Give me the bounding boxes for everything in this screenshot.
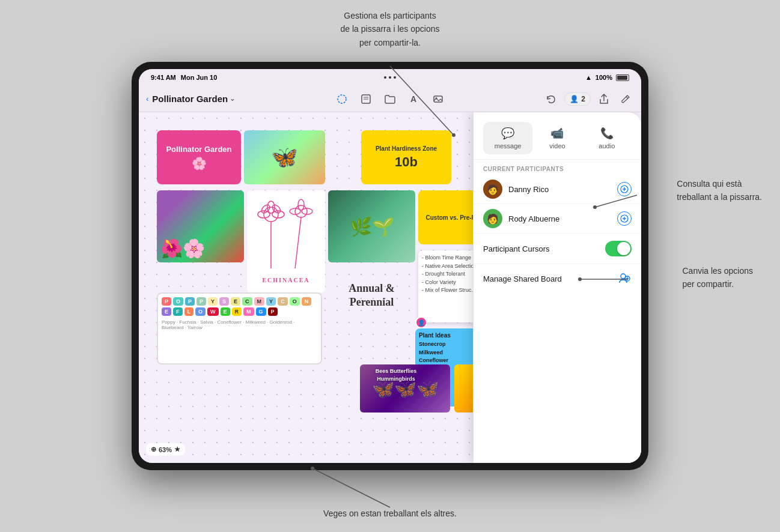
status-left: 9:41 AM Mon Jun 10 <box>151 74 217 81</box>
wifi-icon: ▲ <box>585 74 592 81</box>
tab-message-label: message <box>495 142 522 150</box>
manage-shared-board-label: Manage Shared Board <box>483 274 611 283</box>
letter-labels: Poppy · Fuchsia · Salvia · Coneflower · … <box>162 319 317 330</box>
comm-tabs: 💬 message 📹 video 📞 audio <box>474 112 641 160</box>
collaborator-count: 2 <box>581 95 585 103</box>
avatar-danny: 🧑 <box>483 180 502 199</box>
status-right: ▲ 100% <box>585 74 629 81</box>
participant-name-danny: Danny Rico <box>508 185 611 194</box>
tab-audio-label: audio <box>599 142 615 150</box>
share-popover: 💬 message 📹 video 📞 audio CUR <box>473 112 641 463</box>
edit-icon[interactable] <box>617 91 634 107</box>
zone-title: Plant Hardiness Zone <box>376 145 437 152</box>
ipad-screen: 9:41 AM Mon Jun 10 ▲ 100% <box>139 69 641 463</box>
image-tool-icon[interactable] <box>430 91 446 107</box>
svg-line-24 <box>295 217 301 268</box>
cursor-indicator: 👤 <box>415 316 427 328</box>
status-bar: 9:41 AM Mon Jun 10 ▲ 100% <box>139 69 641 86</box>
zoom-indicator: ⊕ 63% ★ <box>146 443 185 456</box>
zoom-icon: ⊕ <box>151 446 156 453</box>
page-background: Gestiona els participants de la pissarra… <box>0 0 780 532</box>
canvas-area[interactable]: Pollinator Garden 🌸 🦋 Plant Hardiness Zo… <box>139 112 641 463</box>
toolbar-right: 👤 2 <box>514 91 634 107</box>
toolbar: ‹ Pollinator Garden ⌄ <box>139 86 641 112</box>
participant-cursors-label: Participant Cursors <box>483 244 605 253</box>
message-icon: 💬 <box>501 127 514 140</box>
audio-icon: 📞 <box>600 127 614 140</box>
ipad-device: 9:41 AM Mon Jun 10 ▲ 100% <box>132 62 648 470</box>
sticky-pink-title: Pollinator Garden <box>166 145 231 154</box>
participant-action-danny[interactable] <box>617 182 632 196</box>
annotation-right-bottom: Canvia les opcions per compartir. <box>682 264 753 291</box>
participants-section-label: CURRENT PARTICIPANTS <box>474 160 641 175</box>
svg-point-25 <box>298 199 304 210</box>
sticky-pink-pollinator: Pollinator Garden 🌸 <box>157 130 241 184</box>
svg-line-15 <box>626 97 628 98</box>
toolbar-left: ‹ Pollinator Garden ⌄ <box>146 94 266 104</box>
back-chevron-icon: ‹ <box>146 94 148 103</box>
letter-grid: P O P P Y S E C M Y C O N E F <box>157 292 322 364</box>
purple-flowers-image: 🌺🌸 <box>157 190 244 262</box>
svg-point-8 <box>338 95 346 103</box>
annotation-top: Gestiona els participants de la pissarra… <box>341 9 440 49</box>
status-dot-1 <box>384 76 386 79</box>
participant-row-danny: 🧑 Danny Rico <box>474 175 641 204</box>
participant-action-rody[interactable] <box>617 211 632 226</box>
svg-rect-13 <box>434 96 442 102</box>
participant-cursors-toggle[interactable] <box>605 241 632 256</box>
lasso-tool-icon[interactable] <box>334 91 350 107</box>
svg-line-3 <box>312 468 390 507</box>
bloom-text: - Bloom Time Range - Native Area Selecti… <box>422 255 477 293</box>
tab-message[interactable]: 💬 message <box>483 122 532 154</box>
butterfly-image: 🦋 <box>244 130 325 184</box>
board-title: Pollinator Garden ⌄ <box>152 94 235 104</box>
chevron-down-icon[interactable]: ⌄ <box>230 95 235 103</box>
svg-point-23 <box>295 205 307 217</box>
bees-label: Bees Butterflies Hummingbirds <box>360 367 432 382</box>
status-center <box>384 76 396 79</box>
folder-tool-icon[interactable] <box>382 91 398 107</box>
sticky-note-tool-icon[interactable] <box>358 91 374 107</box>
text-tool-icon[interactable]: A <box>406 91 422 107</box>
annual-perennial-label: Annual & Perennial <box>328 271 415 319</box>
status-time: 9:41 AM <box>151 74 176 81</box>
manage-person-icon <box>617 271 632 286</box>
battery-icon <box>616 74 629 81</box>
zone-value: 10b <box>395 154 418 170</box>
person-icon: 👤 <box>570 95 579 103</box>
manage-shared-board-row[interactable]: Manage Shared Board <box>474 264 641 293</box>
star-icon: ★ <box>174 446 180 453</box>
participant-row-rody: 🧑 Rody Albuerne <box>474 204 641 234</box>
annotation-bottom: Veges on estan treballant els altres. <box>323 507 457 520</box>
zoom-level: 63% <box>159 446 172 453</box>
tab-audio[interactable]: 📞 audio <box>582 122 632 154</box>
board-title-text: Pollinator Garden <box>152 94 228 104</box>
annotation-right-top: Consulta qui està treballant a la pissar… <box>677 177 762 204</box>
video-icon: 📹 <box>550 127 564 140</box>
avatar-rody: 🧑 <box>483 209 502 228</box>
garden-image-1: 🌿🌱 <box>328 190 415 262</box>
svg-point-16 <box>264 207 278 222</box>
sticky-yellow-zone: Plant Hardiness Zone 10b <box>361 130 451 184</box>
toolbar-center: A <box>270 91 510 107</box>
status-date: Mon Jun 10 <box>181 74 218 81</box>
participant-cursors-row: Participant Cursors <box>474 234 641 264</box>
tab-video-label: video <box>549 142 565 150</box>
tab-video[interactable]: 📹 video <box>532 122 582 154</box>
collaborators-button[interactable]: 👤 2 <box>564 92 591 106</box>
status-dot-2 <box>389 76 391 79</box>
echinacea-label: ECHINACEA <box>247 277 325 283</box>
echinacea-sketch: ECHINACEA <box>247 190 325 292</box>
undo-icon[interactable] <box>543 91 559 107</box>
share-icon[interactable] <box>596 91 612 107</box>
back-button[interactable]: ‹ <box>146 94 148 103</box>
svg-text:A: A <box>410 94 416 104</box>
participant-name-rody: Rody Albuerne <box>508 214 611 223</box>
status-dot-3 <box>394 76 396 79</box>
battery-label: 100% <box>596 74 612 81</box>
